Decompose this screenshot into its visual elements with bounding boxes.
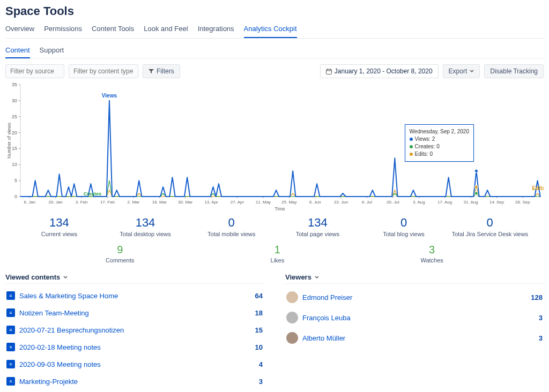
svg-text:17. Feb: 17. Feb	[100, 200, 115, 205]
stat-current: 134Current views	[16, 216, 102, 237]
svg-text:22. Jun: 22. Jun	[334, 200, 348, 205]
avatar	[286, 291, 298, 303]
svg-text:8. Jun: 8. Jun	[309, 200, 321, 205]
filter-type-input[interactable]	[69, 64, 138, 78]
svg-text:16. Mar: 16. Mar	[152, 200, 167, 205]
viewer-row[interactable]: Edmond Preiser128	[285, 287, 544, 307]
stat-mobile: 0Total mobile views	[188, 216, 274, 237]
chart[interactable]: 051015202530356. Jan20. Jan3. Feb17. Feb…	[5, 81, 544, 213]
svg-text:2. Mar: 2. Mar	[128, 200, 140, 205]
viewed-row[interactable]: ≡2020-02-18 Meeting notes10	[5, 338, 264, 356]
tooltip-creates: Creates: 0	[415, 143, 440, 150]
tab-permissions[interactable]: Permissions	[44, 21, 82, 38]
svg-text:5: 5	[14, 178, 17, 183]
tooltip-date: Wednesday, Sep 2, 2020	[410, 128, 469, 135]
view-count: 3	[539, 334, 543, 342]
subtab-support[interactable]: Support	[40, 44, 64, 58]
avatar	[286, 332, 298, 344]
stat-comments: 9Comments	[106, 244, 134, 263]
chevron-down-icon	[470, 69, 474, 73]
svg-point-64	[474, 169, 478, 172]
svg-text:14. Sep: 14. Sep	[489, 200, 505, 205]
content-link[interactable]: Marketing-Projekte	[19, 378, 255, 386]
svg-text:Number of views: Number of views	[6, 122, 12, 159]
viewer-row[interactable]: François Leuba3	[285, 307, 544, 328]
viewed-row[interactable]: ≡Notizen Team-Meeting18	[5, 304, 264, 321]
stat-jsd: 0Total Jira Service Desk views	[447, 216, 533, 237]
filters-label: Filters	[157, 67, 174, 75]
filter-icon	[149, 69, 154, 74]
calendar-icon	[326, 69, 332, 74]
svg-text:Creates: Creates	[84, 191, 101, 197]
svg-text:30: 30	[12, 98, 17, 103]
svg-text:6. Jul: 6. Jul	[362, 200, 372, 205]
viewers-header[interactable]: Viewers	[285, 271, 544, 284]
svg-text:31. Aug: 31. Aug	[464, 200, 478, 205]
page-title: Space Tools	[5, 4, 544, 18]
svg-text:25: 25	[12, 114, 17, 119]
tab-integrations[interactable]: Integrations	[198, 21, 234, 38]
svg-text:20. Jul: 20. Jul	[387, 200, 399, 205]
date-range-label: January 1, 2020 - October 8, 2020	[335, 67, 433, 75]
content-link[interactable]: 2020-07-21 Besprechungsnotizen	[19, 326, 251, 334]
stat-likes: 1Likes	[271, 244, 285, 263]
svg-text:13. Apr: 13. Apr	[204, 200, 218, 205]
stat-desktop: 134Total desktop views	[102, 216, 189, 237]
svg-point-66	[474, 192, 478, 195]
svg-text:28. Sep: 28. Sep	[515, 200, 530, 205]
content-link[interactable]: 2020-02-18 Meeting notes	[19, 343, 251, 351]
tab-content-tools[interactable]: Content Tools	[92, 21, 134, 38]
view-count: 10	[255, 343, 263, 351]
viewer-link[interactable]: François Leuba	[302, 314, 535, 322]
stat-page: 134Total page views	[274, 216, 361, 237]
filters-button[interactable]: Filters	[143, 64, 180, 78]
viewed-row[interactable]: ≡Sales & Marketing Space Home64	[5, 287, 264, 304]
viewed-contents-header[interactable]: Viewed contents	[5, 271, 264, 284]
content-link[interactable]: 2020-09-03 Meeting notes	[19, 360, 255, 368]
export-button[interactable]: Export	[443, 64, 480, 78]
svg-text:27. Apr: 27. Apr	[231, 200, 244, 205]
export-label: Export	[449, 67, 468, 75]
tab-overview[interactable]: Overview	[5, 21, 34, 38]
svg-text:20: 20	[12, 130, 17, 135]
content-link[interactable]: Sales & Marketing Space Home	[19, 292, 251, 300]
subtab-content[interactable]: Content	[5, 44, 30, 58]
viewed-contents-panel: Viewed contents ≡Sales & Marketing Space…	[5, 271, 264, 390]
tab-analytics[interactable]: Analytics Cockpit	[244, 21, 297, 38]
viewer-link[interactable]: Alberto Müller	[302, 334, 535, 342]
svg-text:35: 35	[12, 82, 17, 87]
chevron-down-icon	[315, 275, 319, 280]
viewer-row[interactable]: Alberto Müller3	[285, 328, 544, 348]
filter-source-input[interactable]	[5, 64, 64, 78]
content-link[interactable]: Notizen Team-Meeting	[19, 309, 251, 317]
view-count: 15	[255, 326, 263, 334]
svg-text:17. Aug: 17. Aug	[437, 200, 452, 205]
viewed-row[interactable]: ≡Marketing-Projekte3	[5, 373, 264, 390]
view-count: 3	[539, 314, 543, 322]
tooltip-edits: Edits: 0	[415, 150, 433, 158]
page-icon: ≡	[6, 360, 15, 368]
toolbar: Filters January 1, 2020 - October 8, 202…	[5, 64, 544, 78]
sub-tabs: Content Support	[5, 44, 544, 59]
viewer-link[interactable]: Edmond Preiser	[302, 293, 526, 301]
chevron-down-icon	[63, 275, 68, 280]
view-count: 18	[255, 309, 263, 317]
viewed-row[interactable]: ≡2020-07-21 Besprechungsnotizen15	[5, 321, 264, 338]
avatar	[286, 312, 298, 323]
svg-text:25. May: 25. May	[281, 200, 296, 205]
svg-text:3. Feb: 3. Feb	[76, 200, 88, 205]
viewed-row[interactable]: ≡2020-09-03 Meeting notes4	[5, 356, 264, 373]
tab-look-feel[interactable]: Look and Feel	[144, 21, 188, 38]
disable-tracking-button[interactable]: Disable Tracking	[484, 64, 544, 78]
date-range-button[interactable]: January 1, 2020 - October 8, 2020	[320, 64, 439, 78]
page-icon: ≡	[6, 326, 15, 334]
svg-rect-0	[326, 69, 331, 74]
svg-text:Edits: Edits	[532, 185, 544, 191]
view-count: 4	[259, 360, 263, 368]
page-icon: ≡	[6, 291, 15, 300]
svg-text:10: 10	[12, 162, 17, 167]
main-tabs: Overview Permissions Content Tools Look …	[5, 21, 544, 39]
svg-text:3. Aug: 3. Aug	[413, 200, 425, 205]
page-icon: ≡	[6, 343, 15, 351]
stat-blog: 0Total blog views	[361, 216, 447, 237]
